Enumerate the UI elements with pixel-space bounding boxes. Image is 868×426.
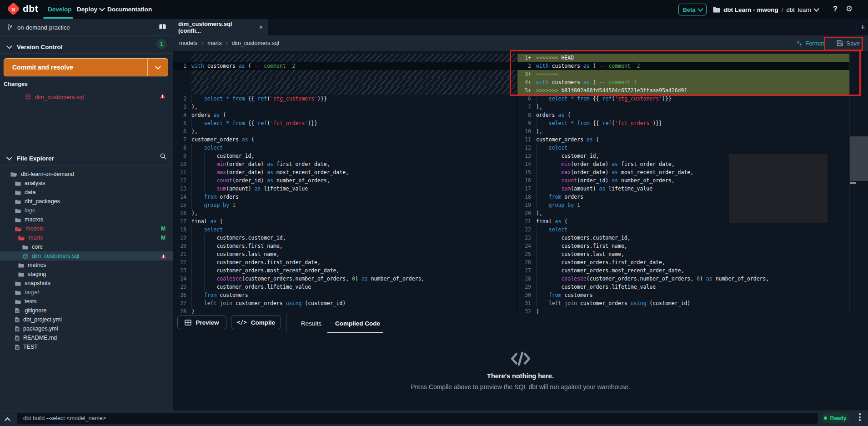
file-explorer-header[interactable]: File Explorer [0, 152, 173, 165]
dbt-command-input[interactable]: dbt build --select <model_name> [16, 412, 818, 424]
tab-compiled-code[interactable]: Compiled Code [335, 314, 380, 332]
tree-item-dbt-learn-on-demand[interactable]: dbt-learn-on-demand [0, 170, 173, 179]
tree-item-readme-md[interactable]: README.md [0, 333, 173, 342]
line-number: 20 [173, 242, 186, 250]
code-line: 22 select [517, 226, 849, 234]
code-line: 23 customer_orders.most_recent_order_dat… [173, 266, 517, 275]
active-tab-underline [327, 332, 383, 333]
tree-item-staging[interactable]: staging [0, 270, 173, 279]
tab-results[interactable]: Results [301, 314, 321, 332]
status-dot-icon [824, 416, 827, 420]
tree-item-data[interactable]: data [0, 188, 173, 197]
status-text: Ready [830, 415, 846, 421]
tree-item-target[interactable]: target [0, 288, 173, 297]
close-icon[interactable]: × [259, 24, 263, 31]
chevron-down-icon [6, 43, 12, 49]
annotation-box-save [824, 37, 863, 51]
folder-open-icon [15, 226, 22, 231]
tree-item-models[interactable]: modelsM [0, 224, 173, 233]
tree-item-marts[interactable]: martsM [0, 233, 173, 242]
line-number: 31 [517, 299, 531, 307]
folder-open-icon [18, 236, 25, 241]
tree-item-label: metrics [28, 262, 46, 268]
gear-icon[interactable]: ⚙ [846, 4, 853, 14]
code-line: 21 customers.last_name, [173, 250, 517, 258]
breadcrumb-item[interactable]: models [179, 40, 197, 46]
nav-item-develop[interactable]: Develop [48, 0, 72, 18]
tree-item-metrics[interactable]: metrics [0, 261, 173, 270]
help-button[interactable]: ? [833, 5, 838, 13]
breadcrumb: models › marts › dim_customers.sql [179, 40, 279, 46]
empty-state-subtitle: Press Compile above to preview the SQL d… [173, 383, 868, 391]
docs-book-icon[interactable] [159, 24, 166, 31]
tree-item-packages-yml[interactable]: packages.yml [0, 324, 173, 333]
line-number: 2 [173, 95, 186, 103]
editor-tab[interactable]: dim_customers.sql (confli... × [173, 19, 268, 35]
file-explorer-title: File Explorer [17, 155, 54, 162]
code-line: 7), [517, 103, 849, 111]
folder-icon [15, 199, 21, 204]
nav-item-deploy[interactable]: Deploy [77, 0, 104, 18]
commit-and-resolve-button[interactable]: Commit and resolve [4, 58, 168, 76]
nav-item-documentation[interactable]: Documentation [107, 0, 152, 18]
file-icon [15, 344, 20, 350]
code-line: 13 sum(amount) as lifetime_value [173, 185, 517, 193]
breadcrumb-item[interactable]: dim_customers.sql [232, 40, 279, 46]
tree-item-label: TEST [23, 344, 38, 350]
new-tab-button[interactable]: + [857, 22, 868, 33]
tree-item-dbt-packages[interactable]: dbt_packages [0, 197, 173, 206]
line-number: 30 [517, 291, 531, 299]
tree-item-dbt-project-yml[interactable]: dbt_project.yml [0, 315, 173, 324]
dbt-logo-text[interactable]: dbt [23, 3, 38, 14]
tree-item-core[interactable]: core [0, 242, 173, 251]
file-icon [15, 326, 20, 332]
line-number: 10 [173, 160, 186, 168]
branch-selector[interactable]: on-demand-practice [0, 19, 173, 36]
tree-item-label: dim_customers.sql [32, 253, 79, 259]
diff-pane-current[interactable]: 1with customers as ( -- comment 22 selec… [173, 51, 517, 314]
line-number: 7 [173, 135, 186, 144]
version-control-header[interactable]: Version Control 1 [0, 40, 173, 53]
preview-button[interactable]: Preview [177, 316, 226, 329]
code-line: 10), [517, 127, 849, 135]
account-switcher[interactable]: dbt Learn - mwong / dbt_learn [713, 0, 818, 19]
tree-item-label: analysis [25, 180, 45, 186]
scrollbar-thumb[interactable] [850, 136, 868, 181]
file-icon [15, 335, 20, 341]
search-icon[interactable] [160, 153, 166, 161]
code-line: 27 left join customer_orders using (cust… [173, 299, 517, 307]
line-number: 15 [517, 168, 531, 176]
line-number: 7 [517, 103, 531, 111]
chevron-down-icon [697, 6, 703, 12]
sparkles-icon [796, 40, 802, 46]
breadcrumb-item[interactable]: marts [207, 40, 221, 46]
tree-item-analysis[interactable]: analysis [0, 179, 173, 188]
code-line: 12 count(order_id) as number_of_orders, [173, 176, 517, 185]
kebab-menu-icon[interactable] [858, 413, 862, 421]
code-line: 22 customer_orders.first_order_date, [173, 258, 517, 266]
folder-icon [15, 290, 21, 295]
tree-item-test[interactable]: TEST [0, 342, 173, 351]
format-button[interactable]: Format [796, 40, 824, 47]
beta-button[interactable]: Beta [678, 4, 707, 15]
compile-button[interactable]: </> Compile [231, 316, 281, 329]
file-icon [15, 326, 20, 332]
conflict-warning-icon [161, 253, 166, 259]
tree-item--gitignore[interactable]: .gitignore [0, 306, 173, 315]
line-number: 6 [173, 127, 186, 135]
code-line: 1with customers as ( -- comment 2 [173, 62, 517, 70]
line-number: 17 [173, 217, 186, 226]
left-sidebar: on-demand-practice Version Control 1 Com… [0, 19, 173, 411]
commit-dropdown-toggle[interactable] [147, 59, 168, 76]
tree-item-snapshots[interactable]: snapshots [0, 279, 173, 288]
code-line: 29 customer_orders.lifetime_value [517, 283, 849, 291]
tree-item-logs[interactable]: logs [0, 206, 173, 215]
folder-icon [15, 299, 21, 304]
folder-icon [15, 190, 21, 195]
changed-file-row[interactable]: dim_customers.sql [0, 92, 173, 102]
tree-item-dim-customers-sql[interactable]: dim_customers.sql [0, 251, 173, 261]
chevron-up-icon[interactable] [5, 416, 10, 424]
tree-item-macros[interactable]: macros [0, 215, 173, 224]
tree-item-tests[interactable]: tests [0, 297, 173, 306]
folder-icon [15, 199, 21, 204]
